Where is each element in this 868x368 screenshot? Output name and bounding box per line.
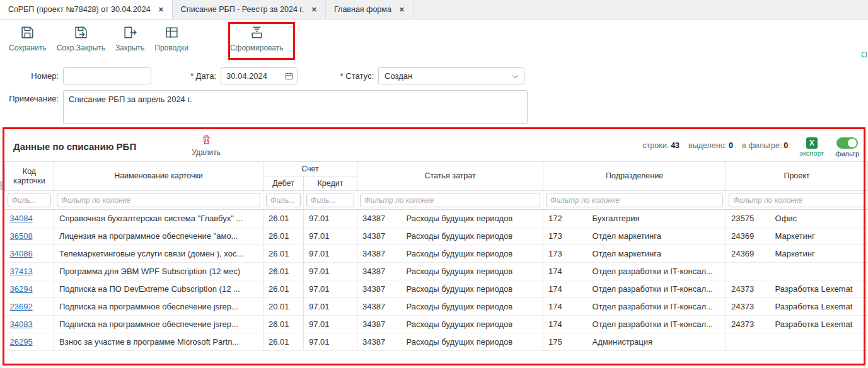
dept-code-cell: 173 [543,227,587,245]
filter-input-project[interactable] [729,193,865,207]
save-close-button[interactable]: Сохр.Закрыть [52,23,110,54]
card-code-cell: 36508 [5,227,54,245]
close-button[interactable]: Закрыть [110,23,149,54]
card-code-link[interactable]: 26295 [10,337,33,347]
filtered-count: в фильтре:0 [742,141,788,150]
table-row[interactable]: 37413Программа для ЭВМ WPF Subscription … [5,263,868,280]
tab-label: Списание РБП - Реестр за 2024 г. [181,5,304,14]
toolbar-right-partial-button[interactable]: О [861,50,867,59]
column-header-credit[interactable]: Кредит [304,176,357,191]
grid-title: Данные по списанию РБП [13,141,136,152]
card-code-link[interactable]: 34083 [10,319,33,329]
cost-code-cell: 34387 [357,245,402,263]
credit-cell: 97.01 [304,227,357,245]
card-code-link[interactable]: 34084 [10,214,33,223]
tab-document[interactable]: СпРБП (проект №78428) от 30.04.2024 ✕ [0,0,173,19]
close-button-label: Закрыть [115,43,144,52]
table-row[interactable]: 26295Взнос за участие в программе Micros… [5,333,868,351]
dept-name-cell: Отдел маркетинга [587,227,726,245]
trash-icon [200,134,212,147]
column-header-debit[interactable]: Дебет [263,176,304,191]
tab-main-form[interactable]: Главная форма ✕ [326,0,414,19]
filter-input-credit[interactable] [306,193,354,207]
date-label: * Дата: [151,71,221,81]
rbp-table: Код карточки Наименование карточки Счет … [4,161,868,351]
card-code-link[interactable]: 36508 [10,231,33,241]
tab-close-icon[interactable]: ✕ [399,6,405,13]
card-code-link[interactable]: 23692 [10,302,33,311]
calendar-icon[interactable] [284,71,294,81]
cost-code-cell: 34387 [357,333,402,351]
card-code-link[interactable]: 37413 [10,267,33,276]
cost-name-cell: Расходы будущих периодов [402,245,543,263]
tab-close-icon[interactable]: ✕ [158,6,164,13]
project-code-cell: 24373 [726,316,770,333]
credit-cell: 97.01 [304,298,357,316]
dept-code-cell: 174 [543,298,587,316]
card-name-cell: Лицензия на программное обеспечение "амо… [54,227,263,245]
status-select[interactable]: Создан [378,67,524,84]
cost-code-cell: 34387 [357,210,402,227]
table-row[interactable]: 23692Подписка на программное обеспечение… [5,298,868,316]
project-name-cell [770,263,868,280]
project-name-cell [770,333,868,351]
number-label: Номер: [0,71,63,81]
status-label: * Статус: [298,71,378,81]
generate-icon [249,25,265,42]
debit-cell: 26.01 [263,227,304,245]
card-name-cell: Взнос за участие в программе Microsoft P… [54,333,263,351]
filter-input-debit[interactable] [266,193,301,207]
excel-export-button[interactable]: X экспорт [799,137,824,157]
tab-registry[interactable]: Списание РБП - Реестр за 2024 г. ✕ [173,0,326,19]
tab-label: СпРБП (проект №78428) от 30.04.2024 [8,5,151,14]
filter-input-card-name[interactable] [57,193,260,207]
dept-code-cell: 174 [543,263,587,280]
number-input[interactable] [63,67,151,84]
dept-name-cell: Отдел разработки и IT-консал... [587,263,726,280]
card-name-cell: Программа для ЭВМ WPF Subscription (12 м… [54,263,263,280]
cost-code-cell: 34387 [357,227,402,245]
note-textarea[interactable]: Списание РБП за апрель 2024 г. [63,90,528,124]
filter-input-cost-item[interactable] [360,193,540,207]
column-header-card-code[interactable]: Код карточки [5,162,54,191]
dept-code-cell: 174 [543,316,587,333]
card-code-cell: 34084 [5,210,54,227]
card-name-cell: Телемаркетинговые услуги связи (домен ),… [54,245,263,263]
card-code-link[interactable]: 34086 [10,249,33,258]
project-name-cell: Офис [770,210,868,227]
table-row[interactable]: 34084Справочная бухгалтерская система "Г… [5,210,868,227]
delete-button[interactable]: Удалить [192,134,221,157]
dept-code-cell: 172 [543,210,587,227]
card-name-cell: Справочная бухгалтерская система "Главбу… [54,210,263,227]
card-code-link[interactable]: 36294 [10,284,33,294]
credit-cell: 97.01 [304,333,357,351]
tab-close-icon[interactable]: ✕ [311,6,317,13]
dept-name-cell: Отдел разработки и IT-консал... [587,316,726,333]
left-panel-collapse-handle[interactable] [0,181,3,190]
generate-button[interactable]: Сформировать [225,23,289,54]
column-header-department[interactable]: Подразделение [543,162,726,191]
filter-input-card-code[interactable] [8,193,52,207]
tab-bar: СпРБП (проект №78428) от 30.04.2024 ✕ Сп… [0,0,868,20]
project-code-cell: 23575 [726,210,770,227]
debit-cell: 26.01 [263,316,304,333]
dept-code-cell: 175 [543,333,587,351]
save-icon [20,25,35,42]
table-row[interactable]: 36508Лицензия на программное обеспечение… [5,227,868,245]
table-row[interactable]: 34086Телемаркетинговые услуги связи (дом… [5,245,868,263]
credit-cell: 97.01 [304,263,357,280]
table-row[interactable]: 34083Подписка на программное обеспечение… [5,316,868,333]
column-header-cost-item[interactable]: Статья затрат [357,162,543,191]
column-header-project[interactable]: Проект [726,162,868,191]
table-row[interactable]: 36294Подписка на ПО DevExtreme Cubscript… [5,280,868,298]
filter-input-department[interactable] [546,193,723,207]
column-header-card-name[interactable]: Наименование карточки [54,162,263,191]
column-header-account-group: Счет [263,162,357,176]
postings-button[interactable]: Проводки [149,23,194,54]
save-close-button-label: Сохр.Закрыть [57,43,105,52]
card-code-cell: 37413 [5,263,54,280]
filter-toggle[interactable] [836,137,858,149]
project-code-cell: 24373 [726,298,770,316]
save-button[interactable]: Сохранить [4,23,52,54]
project-name-cell: Маркетинг [770,227,868,245]
